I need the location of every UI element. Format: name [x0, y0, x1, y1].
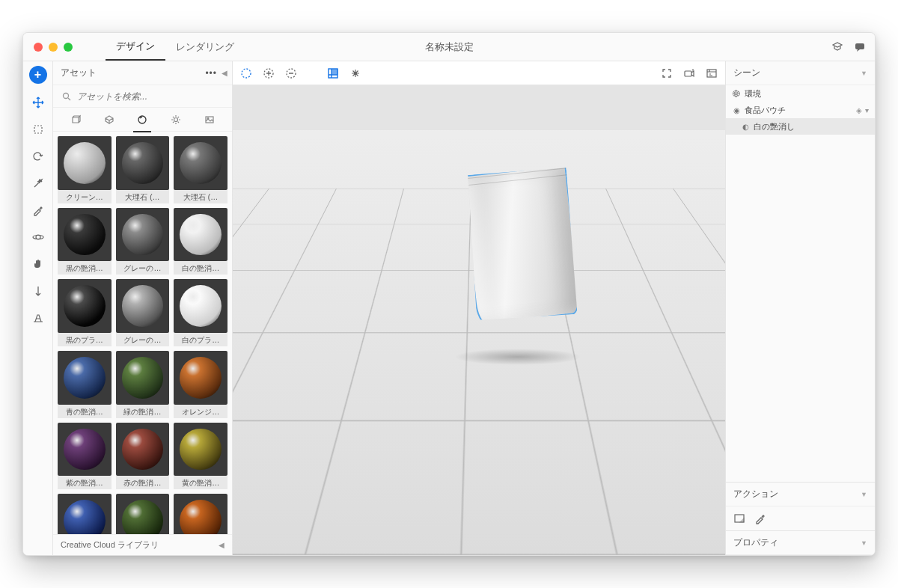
marquee-select-icon[interactable] — [240, 67, 252, 79]
learn-icon[interactable] — [831, 41, 843, 53]
material-item[interactable]: 黒の艶消… — [58, 208, 112, 275]
object-shadow — [454, 349, 581, 365]
subtract-selection-icon[interactable] — [285, 67, 297, 79]
material-label: 白のプラ… — [174, 333, 227, 346]
svg-point-14 — [355, 72, 357, 74]
svg-rect-1 — [34, 126, 42, 133]
tab-render[interactable]: レンダリング — [165, 33, 245, 61]
perspective-tool[interactable] — [28, 310, 49, 326]
assets-header: アセット ••• ◀ — [53, 61, 232, 85]
material-label: グレーの… — [116, 261, 170, 275]
material-item[interactable]: クリーン… — [58, 136, 112, 203]
material-item[interactable]: オレンジ… — [174, 351, 227, 418]
render-settings-icon[interactable] — [706, 67, 718, 79]
tool-rail: + — [23, 61, 53, 555]
tab-design[interactable]: デザイン — [106, 33, 165, 61]
orbit-tool[interactable] — [28, 229, 49, 245]
fullscreen-icon[interactable] — [661, 67, 673, 79]
asset-tab-materials[interactable] — [132, 111, 153, 129]
chevron-left-icon: ◀ — [219, 541, 224, 549]
search-input[interactable] — [77, 91, 224, 102]
material-thumb — [116, 351, 170, 405]
material-item[interactable]: 大理石 (… — [116, 136, 170, 203]
svg-rect-13 — [332, 70, 337, 74]
material-label: 赤の艶消… — [116, 476, 170, 489]
scene-item-environment[interactable]: 🌐︎ 環境 — [726, 85, 875, 102]
viewport-area — [233, 61, 725, 555]
assets-menu-button[interactable]: ••• — [205, 68, 217, 79]
material-thumb — [58, 279, 112, 333]
add-to-selection-icon[interactable] — [263, 67, 275, 79]
assets-search — [53, 85, 232, 108]
material-item[interactable]: 白の艶消… — [174, 208, 227, 275]
material-item[interactable]: 黒のプラ… — [58, 279, 112, 346]
camera-bookmark-icon[interactable] — [683, 67, 695, 79]
material-label: 大理石 (… — [116, 190, 170, 203]
frame-selection-icon[interactable] — [327, 67, 339, 79]
material-item[interactable]: 紫の艶消… — [58, 423, 112, 490]
material-item[interactable]: 緑の艶消… — [116, 351, 170, 418]
material-item[interactable]: 大理石 (… — [174, 136, 227, 203]
materials-grid-scroll[interactable]: クリーン…大理石 (…大理石 (…黒の艶消…グレーの…白の艶消…黒のプラ…グレー… — [53, 132, 232, 534]
cc-libraries-row[interactable]: Creative Cloud ライブラリ ◀ — [53, 534, 232, 555]
undo-tool[interactable] — [28, 148, 49, 165]
svg-point-3 — [33, 236, 43, 239]
chevron-down-icon[interactable]: ▼ — [861, 70, 867, 77]
snap-icon[interactable] — [349, 67, 361, 79]
material-label: 青の艶消… — [58, 405, 112, 418]
minimize-window-button[interactable] — [49, 43, 58, 52]
scene-item-label: 環境 — [745, 88, 761, 99]
visibility-icon[interactable]: ◈ — [856, 106, 862, 114]
properties-panel-header: プロパティ ▼ — [726, 531, 875, 555]
material-item[interactable]: 白のプラ… — [174, 279, 227, 346]
right-panel: シーン ▼ 🌐︎ 環境 ◉ 食品パウチ ◈ ▾ ◐ — [725, 61, 875, 555]
wand-tool[interactable] — [28, 175, 49, 192]
svg-point-4 — [64, 93, 69, 98]
add-button[interactable]: + — [29, 66, 47, 84]
material-item[interactable]: グレーの… — [116, 279, 170, 346]
zoom-window-button[interactable] — [64, 43, 73, 52]
material-item[interactable]: 赤の艶消… — [116, 423, 170, 490]
material-thumb — [58, 136, 112, 190]
material-thumb — [58, 423, 112, 477]
asset-tab-models[interactable] — [65, 111, 86, 129]
material-label: 緑の艶消… — [116, 405, 170, 418]
material-item[interactable]: グレーの… — [116, 208, 170, 275]
viewport-canvas[interactable] — [233, 85, 725, 555]
material-item[interactable]: オレンジ… — [174, 494, 227, 534]
material-item[interactable]: 黄の艶消… — [174, 423, 227, 490]
hand-tool[interactable] — [28, 256, 49, 272]
actions-panel-title: アクション — [733, 488, 778, 500]
select-tool[interactable] — [28, 121, 49, 138]
eyedropper-tool[interactable] — [28, 202, 49, 218]
material-item[interactable]: 緑のプラ… — [116, 494, 170, 534]
chevron-down-icon[interactable]: ▼ — [861, 539, 867, 547]
scene-tree: 🌐︎ 環境 ◉ 食品パウチ ◈ ▾ ◐ 白の艶消し — [726, 85, 875, 482]
pouch-object[interactable] — [462, 165, 581, 325]
material-thumb — [174, 423, 227, 477]
scene-item-material[interactable]: ◐ 白の艶消し — [726, 118, 875, 135]
feedback-icon[interactable] — [854, 41, 866, 53]
material-sphere-icon — [122, 500, 164, 534]
scene-item-pouch[interactable]: ◉ 食品パウチ ◈ ▾ — [726, 102, 875, 118]
scene-item-label: 白の艶消し — [754, 121, 795, 132]
material-item[interactable]: 青の艶消… — [58, 351, 112, 418]
asset-tab-images[interactable] — [199, 111, 220, 129]
decal-action-icon[interactable] — [733, 512, 745, 524]
sample-action-icon[interactable] — [754, 512, 766, 524]
material-thumb — [116, 423, 170, 477]
asset-tab-lights[interactable] — [165, 111, 186, 129]
material-sphere-icon — [180, 285, 222, 327]
chevron-down-icon[interactable]: ▾ — [865, 106, 869, 114]
material-item[interactable]: 青のプラ… — [58, 494, 112, 534]
assets-collapse-icon[interactable]: ◀ — [222, 69, 227, 77]
move-tool[interactable] — [28, 94, 49, 111]
close-window-button[interactable] — [34, 43, 43, 52]
object-icon: ◉ — [732, 105, 741, 114]
dolly-tool[interactable] — [28, 283, 49, 299]
material-sphere-icon — [122, 142, 164, 184]
app-window: デザイン レンダリング 名称未設定 + アセット ••• ◀ — [22, 32, 876, 556]
chevron-down-icon[interactable]: ▼ — [861, 491, 867, 498]
assets-panel: アセット ••• ◀ クリーン…大理石 (…大理石 (…黒の艶消…グレーの…白の… — [53, 61, 233, 555]
asset-tab-shapes[interactable] — [99, 111, 120, 129]
